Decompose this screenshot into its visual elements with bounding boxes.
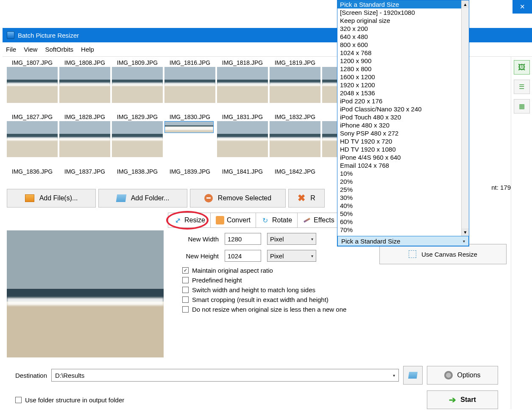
scroll-up-icon[interactable]: ▲ <box>462 0 469 8</box>
minimize-button[interactable] <box>474 0 493 14</box>
thumbnail[interactable]: IMG_1819.JPG <box>270 59 320 112</box>
close-button[interactable]: ✕ <box>513 0 532 14</box>
dropdown-option[interactable]: Pick a Standard Size <box>337 0 469 8</box>
height-input[interactable] <box>225 250 261 262</box>
options-button[interactable]: Options <box>427 366 498 385</box>
thumbnail[interactable]: IMG_1836.JPG <box>7 168 58 185</box>
width-unit-select[interactable]: Pixel▾ <box>267 233 316 245</box>
dropdown-option[interactable]: 1600 x 1200 <box>337 73 469 81</box>
thumbnail[interactable]: IMG_1816.JPG <box>164 59 215 112</box>
dropdown-scrollbar[interactable]: ▲ ▼ <box>461 0 469 236</box>
thumbnail[interactable]: IMG_1809.JPG <box>112 59 163 112</box>
dropdown-option[interactable]: 70% <box>337 226 469 234</box>
detail-view-button[interactable]: ▦ <box>514 99 530 113</box>
tab-effects[interactable]: Effects <box>298 213 340 228</box>
dropdown-option[interactable]: 1024 x 768 <box>337 49 469 57</box>
smart-crop-label: Smart cropping (result in exact width an… <box>192 296 329 303</box>
scroll-down-icon[interactable]: ▼ <box>462 228 469 236</box>
tab-convert[interactable]: Convert <box>211 213 256 228</box>
dropdown-option[interactable]: Email 1024 x 768 <box>337 161 469 169</box>
maintain-aspect-checkbox[interactable]: ✓Maintain original aspect ratio <box>182 267 507 274</box>
thumbnail-label: IMG_1839.JPG <box>164 168 215 176</box>
folder-structure-checkbox[interactable]: Use folder structure in output folder <box>15 396 124 404</box>
destination-combo[interactable]: D:\Results ▾ <box>51 369 399 382</box>
menu-file[interactable]: File <box>6 46 16 53</box>
dropdown-option[interactable]: 20% <box>337 177 469 185</box>
thumbnail[interactable]: IMG_1808.JPG <box>59 59 110 112</box>
menu-softorbits[interactable]: SoftOrbits <box>45 46 73 53</box>
tab-rotate[interactable]: ↻ Rotate <box>256 213 298 228</box>
gear-icon <box>444 371 453 379</box>
dropdown-option[interactable]: iPhone 480 x 320 <box>337 121 469 129</box>
list-icon: ☰ <box>519 83 524 91</box>
dropdown-option[interactable]: 1280 x 800 <box>337 65 469 73</box>
app-icon <box>7 31 14 39</box>
add-files-button[interactable]: Add File(s)... <box>7 189 96 208</box>
dropdown-option[interactable]: HD TV 1920 x 720 <box>337 137 469 145</box>
standard-size-dropdown[interactable]: Pick a Standard Size[Screen Size] - 1920… <box>337 0 469 246</box>
dropdown-option[interactable]: 30% <box>337 194 469 202</box>
dropdown-option[interactable]: iPod Classic/Nano 320 x 240 <box>337 105 469 113</box>
thumbnail[interactable]: IMG_1827.JPG <box>7 113 58 166</box>
thumbnail-label: IMG_1818.JPG <box>217 59 268 67</box>
switch-sides-checkbox[interactable]: Switch width and height to match long si… <box>182 286 507 293</box>
browse-destination-button[interactable] <box>403 366 423 385</box>
thumbnail[interactable]: IMG_1838.JPG <box>112 168 163 185</box>
dropdown-option[interactable]: HD TV 1920 x 1080 <box>337 145 469 153</box>
no-upscale-checkbox[interactable]: Do not resize when original size is less… <box>182 306 507 313</box>
dropdown-option[interactable]: 25% <box>337 185 469 194</box>
thumbnail[interactable]: IMG_1839.JPG <box>164 168 215 185</box>
thumbnail[interactable]: IMG_1830.JPG <box>164 113 215 166</box>
canvas-icon <box>409 250 416 258</box>
dropdown-option[interactable]: 1200 x 900 <box>337 57 469 65</box>
rotate-icon: ↻ <box>261 216 270 224</box>
remove-all-button[interactable]: ✖ R <box>288 189 325 208</box>
thumbnail[interactable]: IMG_1807.JPG <box>7 59 58 112</box>
predefined-height-checkbox[interactable]: Predefined height <box>182 277 507 284</box>
remove-selected-button[interactable]: Remove Selected <box>190 189 286 208</box>
dropdown-option[interactable]: 320 x 200 <box>337 25 469 33</box>
width-input[interactable] <box>225 233 261 245</box>
thumbnail[interactable]: IMG_1842.JPG <box>270 168 320 185</box>
dropdown-option[interactable]: 60% <box>337 218 469 226</box>
add-folder-button[interactable]: Add Folder... <box>98 189 187 208</box>
dropdown-option[interactable]: iPone 4/4S 960 x 640 <box>337 153 469 161</box>
tab-resize[interactable]: ⤢ Resize <box>168 213 211 228</box>
standard-size-select[interactable]: Pick a Standard Size ▾ <box>337 236 469 246</box>
dropdown-option[interactable]: 2048 x 1536 <box>337 89 469 97</box>
thumbnail[interactable]: IMG_1841.JPG <box>217 168 268 185</box>
thumbnail[interactable]: IMG_1828.JPG <box>59 113 110 166</box>
start-button[interactable]: ➔Start <box>427 390 498 409</box>
tab-resize-label: Resize <box>184 216 205 224</box>
dropdown-option[interactable]: Sony PSP 480 x 272 <box>337 129 469 137</box>
thumbnail-view-button[interactable]: 🖼 <box>514 60 530 75</box>
menu-help[interactable]: Help <box>81 46 94 53</box>
thumbnail-label: IMG_1832.JPG <box>270 113 320 121</box>
thumbnail[interactable]: IMG_1837.JPG <box>59 168 110 185</box>
dropdown-option[interactable]: 40% <box>337 202 469 210</box>
dropdown-option[interactable]: 800 x 600 <box>337 41 469 49</box>
list-view-button[interactable]: ☰ <box>514 80 530 94</box>
dropdown-option[interactable]: 80% <box>337 234 469 236</box>
thumbnail[interactable]: IMG_1832.JPG <box>270 113 320 166</box>
canvas-resize-button[interactable]: Use Canvas Resize <box>379 244 507 264</box>
dropdown-option[interactable]: iPod 220 x 176 <box>337 97 469 105</box>
dropdown-option[interactable]: 640 x 480 <box>337 33 469 41</box>
thumbnail[interactable]: IMG_1829.JPG <box>112 113 163 166</box>
maximize-button[interactable] <box>493 0 513 14</box>
thumbnail-label: IMG_1830.JPG <box>164 113 215 121</box>
dropdown-option[interactable]: iPod Touch 480 x 320 <box>337 113 469 121</box>
menu-view[interactable]: View <box>24 46 37 53</box>
height-unit-select[interactable]: Pixel▾ <box>267 250 316 262</box>
thumbnail[interactable]: IMG_1818.JPG <box>217 59 268 112</box>
dropdown-option[interactable]: 10% <box>337 169 469 177</box>
dropdown-option[interactable]: Keep original size <box>337 17 469 25</box>
resize-pane: New Width Pixel▾ New Height Pixel▾ Use C… <box>164 229 507 357</box>
smart-crop-checkbox[interactable]: Smart cropping (result in exact width an… <box>182 296 507 303</box>
thumbnail[interactable]: IMG_1831.JPG <box>217 113 268 166</box>
dropdown-option[interactable]: 1920 x 1200 <box>337 81 469 89</box>
dropdown-option[interactable]: [Screen Size] - 1920x1080 <box>337 8 469 17</box>
destination-value: D:\Results <box>55 372 84 379</box>
thumbnail-image <box>217 121 268 157</box>
dropdown-option[interactable]: 50% <box>337 210 469 218</box>
